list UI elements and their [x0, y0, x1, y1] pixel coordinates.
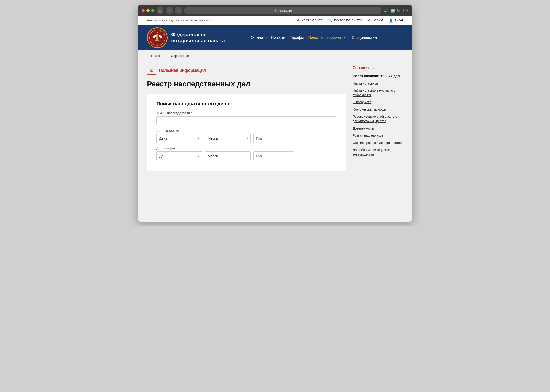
sidebar-section-title: Справочная — [353, 66, 403, 70]
new-tab-icon[interactable]: + — [407, 8, 408, 13]
search-icon: 🔍 — [328, 18, 333, 23]
death-day-wrap: День ▼ — [156, 151, 202, 160]
sidebar: Справочная Поиск наследственных дел Найт… — [353, 66, 403, 171]
nav-novosti[interactable]: Новости — [269, 36, 288, 40]
page-title: Реестр наследственных дел — [147, 79, 346, 88]
browser-content: Нотариат.рф: средство массовой информаци… — [138, 16, 412, 222]
nav-vkhod-label: ВХОД — [394, 19, 403, 22]
sidebar-link-dogovory[interactable]: Договоры инвестиционного товарищества — [353, 148, 403, 157]
minimize-button[interactable] — [146, 9, 150, 12]
lock-icon: 🔒 — [274, 9, 277, 12]
birth-month-wrap: Месяц ▼ — [205, 134, 250, 143]
logo-area: ★★★ Федеральная нотариальная палата — [147, 25, 225, 50]
form-card: Поиск наследственного дела Ф.И.О. наслед… — [147, 94, 346, 171]
nav-vkhod[interactable]: 👤 ВХОД — [389, 18, 403, 23]
sidebar-link-yuridicheskaya[interactable]: Юридическая помощь — [353, 107, 403, 112]
svg-rect-1 — [156, 34, 158, 41]
nav-o-palate[interactable]: О палате — [249, 36, 269, 40]
nav-poisk-label: ПОИСК ПО САЙТУ — [334, 19, 362, 22]
birth-year-input[interactable] — [253, 134, 294, 143]
url-display: notariat.ru — [279, 9, 292, 12]
translate-icon[interactable]: 🔤 — [390, 8, 395, 13]
browser-chrome: ⊞ ‹ › 🔒 notariat.ru 🔊 🔤 ↻ ⬇ + — [138, 5, 412, 16]
logo-emblem: ★★★ — [147, 28, 168, 48]
main-nav: О палате Новости Тарифы Полезная информа… — [225, 36, 403, 40]
forum-icon: ❋ — [367, 18, 370, 23]
sidebar-toggle-button[interactable]: ⊞ — [157, 7, 164, 14]
death-month-select[interactable]: Месяц — [205, 151, 250, 160]
svg-text:★★★: ★★★ — [156, 41, 159, 43]
nav-tarify[interactable]: Тарифы — [288, 36, 306, 40]
sidebar-link-palata[interactable]: Найти нотариальную палату субъекта РФ — [353, 88, 403, 97]
sidebar-link-doverennosti[interactable]: Доверенности — [353, 126, 403, 131]
top-bar: Нотариат.рф: средство массовой информаци… — [138, 16, 412, 25]
fio-row: Ф.И.О. наследодателя * — [156, 111, 336, 125]
map-icon: ◎ — [297, 18, 300, 23]
user-icon: 👤 — [389, 18, 393, 23]
website: Нотариат.рф: средство массовой информаци… — [138, 16, 412, 222]
breadcrumb-home[interactable]: ← Главная — [147, 54, 163, 57]
death-date-group: Дата смерти День ▼ — [156, 147, 336, 160]
birth-day-wrap: День ▼ — [156, 134, 202, 143]
section-header: ✉ Полезная информация — [147, 66, 346, 75]
nav-karta-sayta[interactable]: ◎ КАРТА САЙТА — [297, 18, 323, 23]
back-button[interactable]: ‹ — [166, 7, 173, 14]
sidebar-link-notarius[interactable]: Найти нотариуса — [353, 81, 403, 86]
death-date-label: Дата смерти — [156, 147, 336, 150]
browser-actions: 🔊 🔤 ↻ ⬇ + — [384, 8, 408, 13]
section-title: Полезная информация — [159, 68, 206, 73]
download-icon[interactable]: ⬇ — [402, 8, 405, 13]
logo-title: Федеральная нотариальная палата — [171, 32, 225, 44]
refresh-icon[interactable]: ↻ — [397, 8, 400, 13]
logo-text-area: Федеральная нотариальная палата — [168, 32, 225, 44]
forward-button[interactable]: › — [175, 7, 182, 14]
sidebar-link-rozysk[interactable]: Розыск наследников — [353, 133, 403, 138]
breadcrumb-spravochnaya[interactable]: ← Справочная — [167, 54, 189, 57]
sidebar-link-o-notariate[interactable]: О нотариате — [353, 100, 403, 105]
speaker-icon[interactable]: 🔊 — [384, 8, 389, 13]
nav-forum-label: ФОРУМ — [372, 19, 383, 22]
logo-svg: ★★★ — [149, 30, 165, 46]
address-bar[interactable]: 🔒 notariat.ru — [185, 7, 381, 14]
death-date-row: День ▼ Месяц ▼ — [156, 151, 336, 160]
close-button[interactable] — [142, 9, 145, 12]
nav-forum[interactable]: ❋ ФОРУМ — [367, 18, 383, 23]
main-content: ✉ Полезная информация Реестр наследствен… — [147, 66, 346, 171]
fio-input[interactable] — [156, 116, 336, 125]
maximize-button[interactable] — [151, 9, 154, 12]
fio-required: * — [191, 111, 192, 115]
nav-specialistam[interactable]: Специалистам — [350, 36, 379, 40]
form-card-title: Поиск наследственного дела — [156, 101, 336, 107]
sidebar-active-item: Поиск наследственных дел — [353, 74, 403, 78]
message-icon: ✉ — [150, 68, 154, 73]
top-bar-nav: ◎ КАРТА САЙТА 🔍 ПОИСК ПО САЙТУ ❋ ФОРУМ 👤… — [297, 18, 403, 23]
sidebar-link-proverka[interactable]: Сервис проверки доверенностей — [353, 141, 403, 145]
death-month-wrap: Месяц ▼ — [205, 151, 250, 160]
birth-date-row: День ▼ Месяц ▼ — [156, 134, 336, 143]
breadcrumb: ← Главная ← Справочная — [138, 50, 412, 61]
birth-day-select[interactable]: День — [156, 134, 202, 143]
nav-poleznaya[interactable]: Полезная информация — [306, 36, 350, 40]
main-header: ★★★ Федеральная нотариальная палата О па… — [138, 25, 412, 50]
traffic-lights — [142, 9, 154, 12]
death-day-select[interactable]: День — [156, 151, 202, 160]
sidebar-link-reestr-zaloga[interactable]: Реестр уведомлений о залоге движимого им… — [353, 114, 403, 123]
fio-label: Ф.И.О. наследодателя * — [156, 111, 336, 115]
birth-date-group: Дата рождения День ▼ — [156, 129, 336, 143]
top-bar-tagline: Нотариат.рф: средство массовой информаци… — [147, 19, 293, 22]
svg-rect-2 — [156, 40, 159, 41]
birth-date-label: Дата рождения — [156, 129, 336, 133]
birth-month-select[interactable]: Месяц — [205, 134, 250, 143]
main-layout: ✉ Полезная информация Реестр наследствен… — [138, 61, 412, 180]
nav-karta-label: КАРТА САЙТА — [302, 19, 323, 22]
section-icon: ✉ — [147, 66, 156, 75]
nav-poisk[interactable]: 🔍 ПОИСК ПО САЙТУ — [328, 18, 362, 23]
death-year-input[interactable] — [253, 151, 294, 160]
